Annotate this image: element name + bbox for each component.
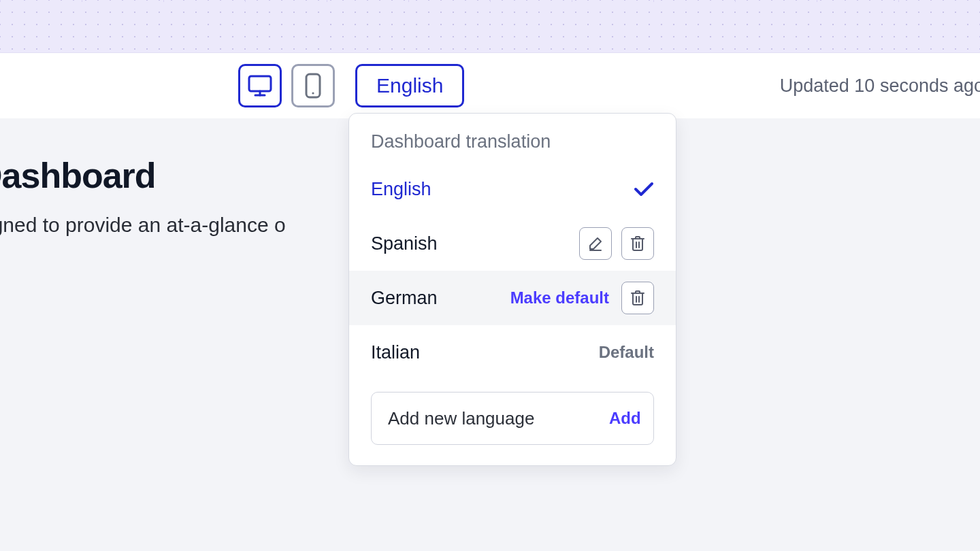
- desktop-view-button[interactable]: [238, 64, 282, 107]
- add-language-button[interactable]: Add: [609, 409, 641, 428]
- language-row-german[interactable]: German Make default: [349, 271, 676, 325]
- language-row-spanish[interactable]: Spanish: [349, 216, 676, 271]
- edit-language-button[interactable]: [579, 227, 612, 260]
- delete-language-button[interactable]: [621, 282, 654, 314]
- language-name: German: [371, 288, 438, 309]
- language-dropdown-button[interactable]: English: [355, 64, 464, 107]
- add-language-row: Add: [371, 392, 654, 445]
- mobile-icon: [304, 72, 322, 99]
- translation-dropdown-panel: Dashboard translation English Spanish: [348, 113, 676, 466]
- trash-icon: [630, 290, 645, 306]
- last-updated-label: Updated 10 seconds ago: [780, 76, 980, 97]
- add-language-input[interactable]: [388, 408, 609, 429]
- design-canvas-strip: [0, 0, 980, 53]
- language-name: Italian: [371, 342, 420, 363]
- add-language-section: Add: [349, 380, 676, 465]
- svg-point-4: [312, 92, 314, 94]
- desktop-icon: [247, 74, 273, 97]
- language-row-italian[interactable]: Italian Default: [349, 325, 676, 380]
- svg-rect-0: [249, 76, 271, 91]
- make-default-button[interactable]: Make default: [510, 288, 609, 307]
- language-row-english[interactable]: English: [349, 162, 676, 216]
- language-dropdown-label: English: [376, 74, 443, 97]
- trash-icon: [630, 235, 645, 252]
- editor-toolbar: English Updated 10 seconds ago: [0, 53, 980, 118]
- pencil-icon: [587, 235, 604, 252]
- delete-language-button[interactable]: [621, 227, 654, 260]
- language-name: Spanish: [371, 233, 438, 254]
- viewport-toggle-group: English: [238, 64, 464, 107]
- language-name: English: [371, 179, 431, 200]
- mobile-view-button[interactable]: [291, 64, 335, 107]
- default-badge: Default: [599, 343, 654, 362]
- translation-panel-header: Dashboard translation: [349, 114, 676, 162]
- check-icon: [634, 181, 654, 197]
- page-content: Dashboard signed to provide an at-a-glan…: [0, 118, 980, 237]
